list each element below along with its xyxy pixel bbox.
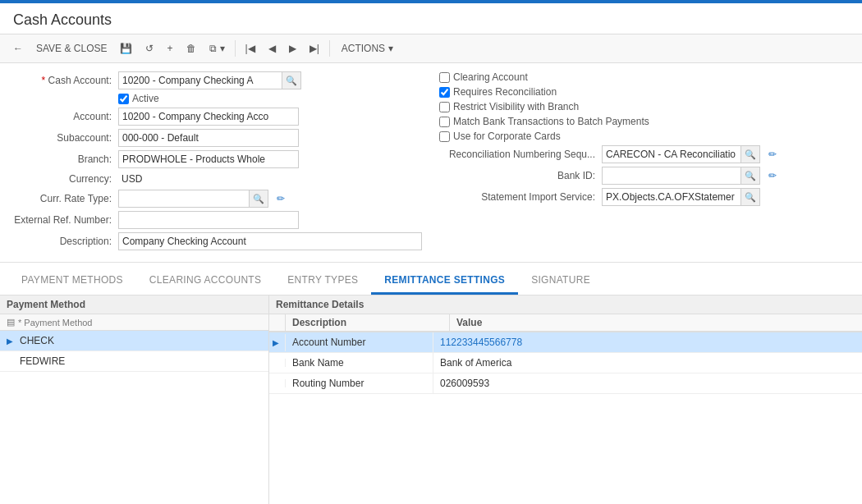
toolbar-divider-2 [329,40,330,57]
remit-label-account-number: Account Number [286,332,433,352]
active-checkbox[interactable] [118,94,129,104]
remit-description-col: Description [286,314,450,332]
undo-button[interactable]: ↺ [140,39,158,57]
remit-label-bank-name: Bank Name [286,353,433,373]
tab-remittance-settings[interactable]: REMITTANCE SETTINGS [371,268,518,295]
remit-expand-icon [269,379,286,387]
delete-button[interactable]: 🗑 [181,39,201,57]
list-item-label: FEDWIRE [20,355,65,367]
curr-rate-edit-button[interactable]: ✏ [275,193,287,204]
match-bank-checkbox-label[interactable]: Match Bank Transactions to Batch Payment… [439,116,649,127]
active-checkbox-label[interactable]: Active [118,93,159,104]
cash-account-input[interactable] [118,71,282,89]
list-item[interactable]: FEDWIRE [0,351,268,372]
first-button[interactable]: |◀ [241,39,260,57]
copy-button[interactable]: ⧉ ▾ [204,39,230,57]
actions-button[interactable]: ACTIONS ▾ [335,39,400,57]
active-row: Active [13,93,423,104]
statement-import-search-button[interactable]: 🔍 [741,188,760,206]
use-corporate-checkbox-label[interactable]: Use for Corporate Cards [439,131,561,142]
cash-account-field: 🔍 [118,71,301,89]
account-input[interactable] [118,108,299,126]
bank-id-field: 🔍 [602,167,760,185]
curr-rate-label: Curr. Rate Type: [13,193,112,204]
bank-id-input[interactable] [602,167,741,185]
requires-reconciliation-checkbox-label[interactable]: Requires Reconciliation [439,86,557,98]
reconciliation-field: 🔍 [602,145,760,163]
save-button[interactable]: 💾 [115,39,137,57]
add-button[interactable]: + [162,39,177,57]
currency-value: USD [118,172,145,186]
tab-signature[interactable]: SIGNATURE [518,268,603,295]
statement-import-row: Statement Import Service: 🔍 [439,188,849,206]
actions-label: ACTIONS [342,43,385,54]
prev-button[interactable]: ◀ [264,39,281,57]
requires-reconciliation-row: Requires Reconciliation [439,86,849,98]
use-corporate-checkbox[interactable] [439,131,450,142]
currency-label: Currency: [13,173,112,185]
match-bank-checkbox[interactable] [439,117,450,127]
bank-id-edit-button[interactable]: ✏ [767,170,778,181]
use-corporate-row: Use for Corporate Cards [439,131,849,142]
external-ref-label: External Ref. Number: [13,214,112,226]
expand-icon: ▶ [7,337,16,346]
tab-entry-types[interactable]: ENTRY TYPES [274,268,371,295]
curr-rate-search-button[interactable]: 🔍 [250,190,268,208]
remit-row-account-number[interactable]: ▶ Account Number 112233445566778 [269,332,862,353]
restrict-visibility-row: Restrict Visibility with Branch [439,101,849,112]
tabs-nav: PAYMENT METHODS CLEARING ACCOUNTS ENTRY … [0,268,862,295]
bank-id-label: Bank ID: [439,170,595,181]
next-button[interactable]: ▶ [284,39,301,57]
clearing-account-checkbox[interactable] [439,72,450,83]
description-input[interactable] [118,232,422,250]
tab-clearing-accounts[interactable]: CLEARING ACCOUNTS [136,268,274,295]
restrict-visibility-checkbox[interactable] [439,102,450,112]
last-button[interactable]: ▶| [305,39,324,57]
left-panel-header: Payment Method [0,296,268,314]
restrict-visibility-checkbox-label[interactable]: Restrict Visibility with Branch [439,101,579,112]
reconciliation-edit-button[interactable]: ✏ [767,149,778,160]
back-button[interactable]: ← [8,39,28,57]
remit-value-routing-number: 026009593 [433,373,862,393]
reconciliation-input[interactable] [602,145,741,163]
copy-dropdown-icon: ▾ [220,43,225,54]
tabs-area: PAYMENT METHODS CLEARING ACCOUNTS ENTRY … [0,268,862,296]
bank-id-search-button[interactable]: 🔍 [741,167,760,185]
currency-row: Currency: USD [13,172,423,186]
requires-reconciliation-checkbox[interactable] [439,87,450,98]
curr-rate-input[interactable] [118,190,250,208]
copy-icon: ⧉ [209,43,217,54]
remit-row-bank-name[interactable]: Bank Name Bank of America [269,353,862,373]
curr-rate-row: Curr. Rate Type: 🔍 ✏ [13,190,423,208]
remit-label-routing-number: Routing Number [286,373,433,393]
first-icon: |◀ [245,43,255,54]
account-row: Account: [13,108,423,126]
left-panel-col-icon: ▤ [7,317,15,328]
external-ref-row: External Ref. Number: [13,211,423,229]
requires-reconciliation-label: Requires Reconciliation [453,86,557,98]
clearing-account-label: Clearing Account [453,71,528,83]
left-panel-col-label: * Payment Method [18,318,93,328]
clearing-account-row: Clearing Account [439,71,849,83]
save-close-button[interactable]: SAVE & CLOSE [31,39,112,57]
list-item[interactable]: ▶ CHECK [0,331,268,351]
reconciliation-row: Reconciliation Numbering Sequ... 🔍 ✏ [439,145,849,163]
subaccount-input[interactable] [118,129,299,147]
list-item-label: CHECK [20,335,54,346]
use-corporate-label: Use for Corporate Cards [453,131,561,142]
branch-input[interactable] [118,150,299,168]
back-icon: ← [13,43,23,54]
tab-payment-methods[interactable]: PAYMENT METHODS [8,268,136,295]
remit-row-routing-number[interactable]: Routing Number 026009593 [269,373,862,394]
next-icon: ▶ [289,43,296,54]
bank-id-row: Bank ID: 🔍 ✏ [439,167,849,185]
remit-expand-icon [269,359,286,367]
reconciliation-search-button[interactable]: 🔍 [741,145,760,163]
curr-rate-field: 🔍 [118,190,268,208]
cash-account-search-button[interactable]: 🔍 [282,71,301,89]
clearing-account-checkbox-label[interactable]: Clearing Account [439,71,528,83]
statement-import-input[interactable] [602,188,741,206]
save-close-label: SAVE & CLOSE [36,43,107,54]
subaccount-label: Subaccount: [13,132,112,144]
external-ref-input[interactable] [118,211,299,229]
